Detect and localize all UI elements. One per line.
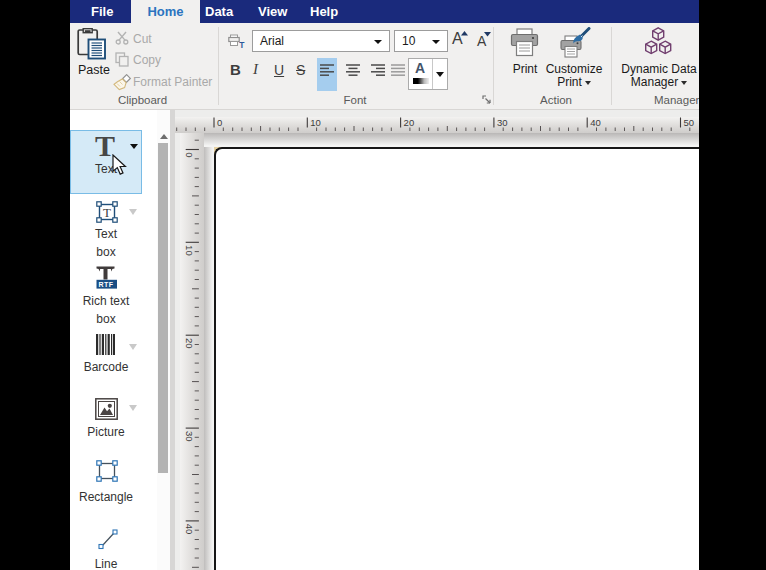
svg-text:T: T	[103, 205, 111, 220]
svg-text:0: 0	[217, 117, 222, 128]
svg-text:20: 20	[404, 117, 415, 128]
svg-text:T: T	[239, 40, 245, 49]
svg-text:RTF: RTF	[99, 281, 114, 288]
svg-text:10: 10	[184, 245, 195, 256]
svg-text:40: 40	[590, 117, 601, 128]
svg-text:20: 20	[184, 338, 195, 349]
svg-text:30: 30	[497, 117, 508, 128]
svg-text:30: 30	[184, 431, 195, 442]
svg-text:10: 10	[310, 117, 321, 128]
svg-text:0: 0	[184, 152, 195, 157]
svg-text:40: 40	[184, 524, 195, 535]
svg-text:50: 50	[684, 117, 695, 128]
